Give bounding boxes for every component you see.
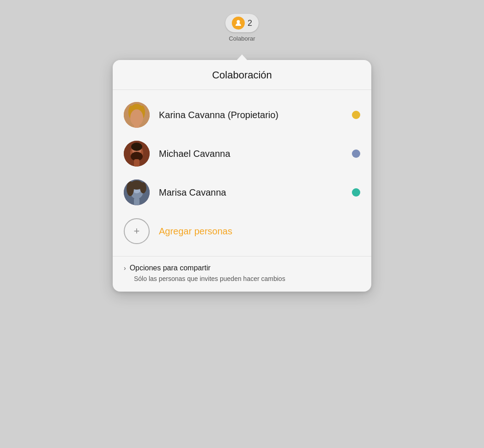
- panel-title: Colaboración: [124, 69, 360, 81]
- chevron-right-icon: ›: [124, 264, 126, 272]
- person-name-michael: Michael Cavanna: [159, 149, 343, 159]
- collab-pill[interactable]: 2: [225, 14, 259, 32]
- svg-point-12: [131, 143, 142, 151]
- svg-rect-21: [134, 198, 139, 205]
- share-options-label[interactable]: Opciones para compartir: [130, 264, 211, 272]
- person-icon: [232, 17, 245, 30]
- svg-point-19: [127, 181, 134, 196]
- person-row-karina[interactable]: Karina Cavanna (Propietario): [113, 96, 371, 134]
- panel-header: Colaboración: [113, 60, 371, 90]
- status-dot-michael: [352, 149, 360, 158]
- add-people-row[interactable]: + Agregar personas: [113, 212, 371, 251]
- status-dot-marisa: [352, 188, 360, 197]
- person-name-karina: Karina Cavanna (Propietario): [159, 110, 343, 120]
- plus-icon: +: [134, 225, 140, 237]
- panel-container: Colaboración: [113, 60, 371, 292]
- collaboration-panel: Colaboración: [113, 60, 371, 292]
- add-people-label: Agregar personas: [159, 226, 232, 237]
- svg-point-0: [236, 20, 240, 24]
- status-dot-karina: [352, 111, 360, 119]
- collab-count: 2: [248, 18, 252, 28]
- person-row-michael[interactable]: Michael Cavanna: [113, 134, 371, 173]
- svg-rect-8: [134, 120, 139, 128]
- collab-label: Colaborar: [229, 35, 255, 42]
- add-circle-icon: +: [124, 218, 150, 244]
- avatar-marisa: [124, 179, 150, 205]
- collaborate-toolbar-button[interactable]: 2 Colaborar: [225, 14, 259, 42]
- avatar-karina: [124, 102, 150, 128]
- svg-point-20: [140, 182, 146, 193]
- person-row-marisa[interactable]: Marisa Cavanna: [113, 173, 371, 212]
- panel-footer: › Opciones para compartir Sólo las perso…: [113, 256, 371, 292]
- person-name-marisa: Marisa Cavanna: [159, 187, 343, 198]
- svg-rect-14: [134, 159, 139, 167]
- share-options-row[interactable]: › Opciones para compartir: [124, 264, 360, 272]
- share-options-subtitle: Sólo las personas que invites pueden hac…: [124, 275, 360, 282]
- people-list: Karina Cavanna (Propietario): [113, 90, 371, 256]
- avatar-michael: [124, 141, 150, 167]
